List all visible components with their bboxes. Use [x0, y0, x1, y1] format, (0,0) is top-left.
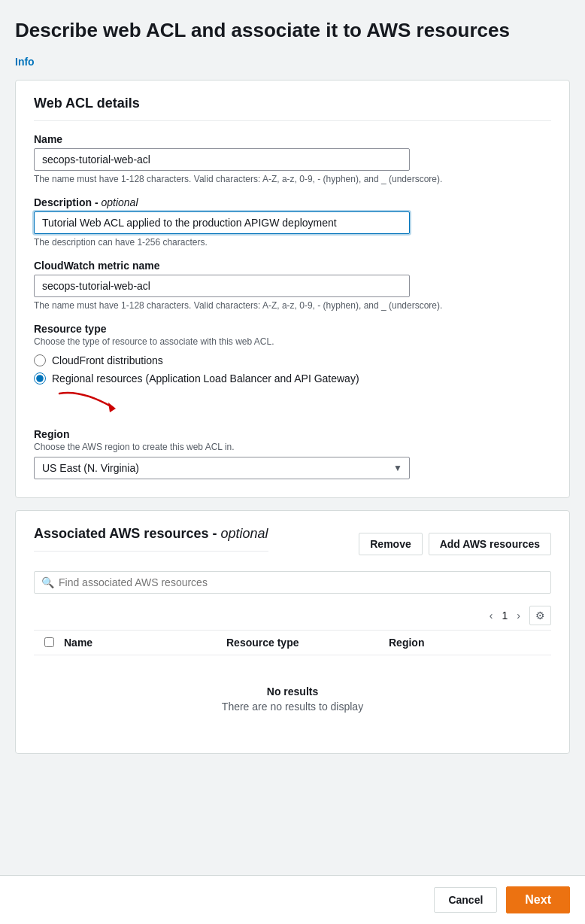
cloudwatch-label: CloudWatch metric name — [34, 260, 551, 272]
name-input[interactable] — [34, 148, 410, 171]
search-wrapper: 🔍 — [34, 571, 551, 594]
cloudfront-label: CloudFront distributions — [52, 354, 163, 366]
associated-title: Associated AWS resources - optional — [34, 526, 268, 552]
remove-button[interactable]: Remove — [359, 533, 422, 555]
col-header-region: Region — [389, 637, 551, 649]
region-select-wrapper: US East (N. Virginia) US East (Ohio) US … — [34, 457, 410, 479]
next-button[interactable]: Next — [506, 886, 570, 913]
web-acl-details-card: Web ACL details Name The name must have … — [15, 80, 570, 498]
name-hint: The name must have 1-128 characters. Val… — [34, 174, 551, 184]
resource-actions: Remove Add AWS resources — [359, 533, 551, 555]
pagination-number: 1 — [502, 609, 508, 622]
resources-table: Name Resource type Region No results The… — [34, 631, 551, 735]
col-header-name: Name — [64, 637, 226, 649]
info-link[interactable]: Info — [15, 56, 35, 68]
footer-bar: Cancel Next — [0, 875, 585, 924]
pagination-bar: ‹ 1 › ⚙ — [34, 601, 551, 631]
description-label: Description - optional — [34, 196, 551, 208]
region-label: Region — [34, 428, 551, 440]
select-all-checkbox[interactable] — [44, 637, 54, 647]
resource-type-desc: Choose the type of resource to associate… — [34, 336, 551, 347]
table-header-checkbox-cell — [34, 637, 64, 647]
regional-radio-item: Regional resources (Application Load Bal… — [34, 372, 551, 384]
no-results-title: No results — [34, 685, 551, 698]
add-aws-resources-button[interactable]: Add AWS resources — [429, 533, 551, 555]
resource-type-group: Resource type Choose the type of resourc… — [34, 323, 551, 416]
pagination-next-button[interactable]: › — [512, 608, 525, 623]
region-desc: Choose the AWS region to create this web… — [34, 442, 551, 452]
resource-type-radio-group: CloudFront distributions Regional resour… — [34, 354, 551, 384]
table-header: Name Resource type Region — [34, 631, 551, 655]
description-field-group: Description - optional The description c… — [34, 196, 551, 248]
table-empty-state: No results There are no results to displ… — [34, 655, 551, 735]
arrow-svg — [52, 386, 142, 416]
cloudwatch-hint: The name must have 1-128 characters. Val… — [34, 300, 551, 311]
regional-radio[interactable] — [34, 372, 46, 384]
regional-label: Regional resources (Application Load Bal… — [52, 372, 359, 384]
cloudfront-radio[interactable] — [34, 354, 46, 366]
cloudfront-radio-item: CloudFront distributions — [34, 354, 551, 366]
name-label: Name — [34, 133, 551, 145]
name-field-group: Name The name must have 1-128 characters… — [34, 133, 551, 184]
svg-marker-0 — [108, 403, 116, 412]
description-hint: The description can have 1-256 character… — [34, 237, 551, 248]
pagination-prev-button[interactable]: ‹ — [485, 608, 498, 623]
no-results-desc: There are no results to display — [34, 701, 551, 713]
col-header-resource-type: Resource type — [226, 637, 389, 649]
cloudwatch-input[interactable] — [34, 275, 410, 297]
region-group: Region Choose the AWS region to create t… — [34, 428, 551, 479]
cloudwatch-field-group: CloudWatch metric name The name must hav… — [34, 260, 551, 311]
page-title: Describe web ACL and associate it to AWS… — [15, 18, 570, 44]
search-icon: 🔍 — [41, 576, 54, 588]
arrow-annotation — [52, 386, 551, 416]
settings-icon-button[interactable]: ⚙ — [529, 606, 551, 625]
associated-resources-card: Associated AWS resources - optional Remo… — [15, 510, 570, 754]
associated-header: Associated AWS resources - optional Remo… — [34, 526, 551, 562]
cancel-button[interactable]: Cancel — [434, 887, 497, 913]
web-acl-details-title: Web ACL details — [34, 96, 551, 121]
description-input[interactable] — [34, 211, 410, 234]
region-select[interactable]: US East (N. Virginia) US East (Ohio) US … — [34, 457, 410, 479]
resource-type-label: Resource type — [34, 323, 551, 335]
search-input[interactable] — [34, 571, 551, 594]
